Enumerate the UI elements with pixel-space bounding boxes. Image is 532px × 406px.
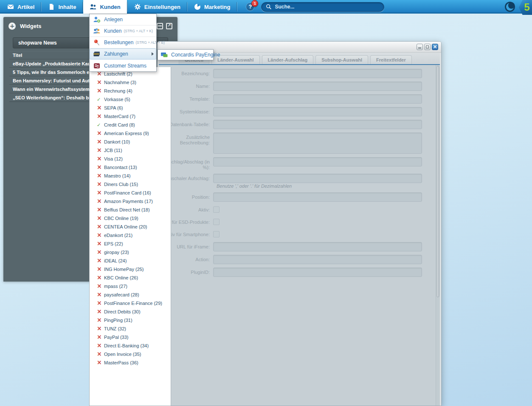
cross-icon	[97, 343, 104, 349]
nav-item-einstellungen[interactable]: Einstellungen	[128, 0, 187, 14]
customer-streams-icon	[93, 62, 101, 69]
cross-icon	[97, 190, 104, 196]
payment-method-item[interactable]: Vorkasse (5)	[90, 95, 171, 104]
global-search[interactable]	[261, 2, 384, 12]
payment-method-item[interactable]: KBC Online (26)	[90, 273, 171, 282]
tab[interactable]: Subshop-Auswahl	[315, 55, 368, 64]
datenbank-tabelle-input[interactable]	[213, 120, 422, 129]
menu-item-anlegen[interactable]: Anlegen	[90, 14, 156, 25]
nav-item-artikel[interactable]: Artikel	[1, 0, 41, 14]
payment-method-item[interactable]: Direct Debits (30)	[90, 307, 171, 316]
cross-icon	[97, 292, 104, 298]
collapse-panel-icon[interactable]	[157, 23, 163, 29]
vertical-scrollbar[interactable]	[436, 65, 440, 406]
add-widget-icon[interactable]: +	[8, 23, 16, 30]
payment-method-item[interactable]: EPS (22)	[90, 240, 171, 248]
open-external-window-icon[interactable]	[166, 23, 172, 29]
payment-method-item[interactable]: MasterCard (7)	[90, 112, 171, 121]
payment-method-item[interactable]: paysafecard (28)	[90, 290, 171, 299]
help-button[interactable]: ? 1	[246, 3, 254, 11]
payment-method-item[interactable]: ING HomePay (25)	[90, 265, 171, 273]
menu-item-kunden[interactable]: Kunden (STRG + ALT + K)	[90, 25, 156, 37]
check-icon	[97, 97, 104, 102]
payment-method-item[interactable]: Rechnung (4)	[90, 87, 171, 95]
aktiv-checkbox[interactable]	[213, 206, 220, 213]
url-iframe-input[interactable]	[213, 242, 422, 251]
payment-method-item[interactable]: PostFinance Card (16)	[90, 189, 171, 197]
close-button[interactable]	[432, 44, 438, 50]
payment-method-item[interactable]: Visa (12)	[90, 155, 171, 163]
cross-icon	[97, 309, 104, 315]
scrollbar-thumb[interactable]	[436, 66, 439, 297]
payment-method-item[interactable]: Nachnahme (3)	[90, 78, 171, 87]
menu-item-label: Zahlungen	[104, 51, 128, 57]
submenu-item-label[interactable]: Concardis PayEngine	[171, 52, 220, 58]
aktiv-esd-checkbox[interactable]	[213, 219, 220, 225]
cross-icon	[97, 165, 104, 170]
payment-method-item[interactable]: CBC Online (19)	[90, 214, 171, 223]
minimize-button[interactable]	[417, 44, 423, 50]
tab[interactable]: Freitextfelder	[370, 55, 412, 64]
position-input[interactable]	[213, 192, 422, 202]
payment-method-item[interactable]: Maestro (14)	[90, 172, 171, 180]
action-input[interactable]	[213, 255, 422, 264]
payment-method-item[interactable]: PingPing (31)	[90, 316, 171, 324]
payment-method-item[interactable]: PostFinance E-Finance (29)	[90, 299, 171, 307]
payment-method-item[interactable]: Amazon Payments (17)	[90, 197, 171, 206]
systemklasse-input[interactable]	[213, 107, 422, 116]
menu-item-zahlungen[interactable]: Zahlungen	[90, 48, 156, 60]
document-icon	[48, 3, 55, 10]
payment-method-item[interactable]: PayPal (33)	[90, 333, 171, 341]
payment-method-item[interactable]: TUNZ (32)	[90, 324, 171, 333]
menu-item-bestellungen[interactable]: Bestellungen (STRG + ALT + B)	[90, 37, 156, 48]
nav-item-label: Einstellungen	[144, 4, 180, 10]
nav-item-kunden[interactable]: Kunden	[83, 0, 127, 14]
payment-method-item[interactable]: iDEAL (24)	[90, 257, 171, 265]
cross-icon	[97, 148, 104, 153]
cross-icon	[97, 105, 104, 111]
payment-method-item[interactable]: SEPA (6)	[90, 104, 171, 112]
user-add-icon	[93, 16, 101, 23]
template-input[interactable]	[213, 94, 422, 104]
payment-method-item[interactable]: JCB (11)	[90, 146, 171, 155]
menu-item-label: Kunden	[104, 28, 121, 34]
payment-method-item[interactable]: MasterPass (36)	[90, 358, 171, 367]
check-icon	[97, 122, 104, 128]
bezeichnung-input[interactable]	[213, 69, 422, 78]
aufschlag-prozent-input[interactable]	[213, 157, 422, 166]
cross-icon	[97, 360, 104, 366]
credit-cards-icon	[93, 51, 101, 57]
payment-method-item[interactable]: eDankort (21)	[90, 231, 171, 240]
payment-method-item[interactable]: Belfius Direct Net (18)	[90, 206, 171, 214]
search-icon	[266, 4, 272, 10]
payment-method-item[interactable]: mpass (27)	[90, 282, 171, 290]
payment-method-item[interactable]: Credit Card (8)	[90, 121, 171, 129]
maximize-button[interactable]	[424, 44, 431, 50]
payment-methods-panel: Lastschrift (2) Nachnahme (3) Rechnung (…	[89, 67, 171, 406]
menu-item-label: Anlegen	[104, 17, 123, 23]
pauschaler-aufschlag-input[interactable]	[213, 174, 422, 183]
payment-method-item[interactable]: CENTEA Online (20)	[90, 223, 171, 231]
payment-method-item[interactable]: Open Invoice (35)	[90, 350, 171, 358]
zusaetzliche-beschreibung-textarea[interactable]	[213, 133, 422, 154]
payment-method-item[interactable]: American Express (9)	[90, 129, 171, 138]
payment-method-item[interactable]: Diners Club (15)	[90, 180, 171, 189]
notification-badge[interactable]: 1	[251, 0, 258, 7]
inaktiv-smartphone-checkbox[interactable]	[213, 231, 220, 237]
pluginid-input[interactable]	[213, 268, 422, 277]
payment-method-item[interactable]: Dankort (10)	[90, 138, 171, 146]
tab[interactable]: Länder-Aufschlag	[262, 55, 314, 64]
cross-icon	[97, 233, 104, 238]
cross-icon	[97, 224, 104, 230]
payment-method-item[interactable]: Direct E-Banking (34)	[90, 341, 171, 350]
cross-icon	[97, 326, 104, 332]
payment-method-item[interactable]: Bancontact (13)	[90, 163, 171, 172]
nav-item-label: Kunden	[100, 4, 120, 10]
menu-item-customer-streams[interactable]: Customer Streams	[90, 60, 156, 71]
name-input[interactable]	[213, 82, 422, 91]
search-input[interactable]	[275, 4, 372, 10]
cross-icon	[97, 335, 104, 340]
payment-method-item[interactable]: giropay (23)	[90, 248, 171, 257]
nav-item-marketing[interactable]: Marketing	[188, 0, 236, 14]
nav-item-inhalte[interactable]: Inhalte	[42, 0, 82, 14]
